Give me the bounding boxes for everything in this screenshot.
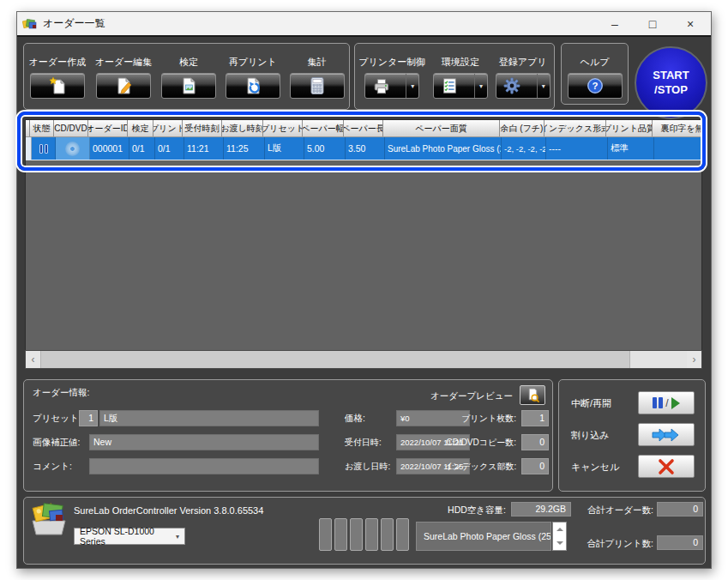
printer-control-button[interactable]: プリンター制御 ▾	[358, 56, 425, 99]
new-order-icon	[46, 76, 69, 96]
order-list: 状態 CD/DVD オーダーID 検定 プリント 受付時刻 お渡し時刻 プリセッ…	[25, 119, 702, 369]
cancel-x-icon	[657, 458, 676, 475]
scroll-left-icon[interactable]: ‹	[26, 351, 40, 368]
column-preset[interactable]: プリセット	[263, 120, 303, 136]
cancel-label: キャンセル	[571, 461, 619, 474]
cell-verify: 0/1	[129, 137, 155, 160]
pause-bar-icon	[659, 397, 663, 408]
pause-resume-label: 中断/再開	[571, 397, 611, 410]
cell-back-print	[654, 137, 702, 160]
total-orders-value: 0	[657, 502, 703, 517]
verify-button[interactable]: 検定	[161, 56, 216, 99]
column-paper-length[interactable]: ペーパー長	[344, 120, 383, 136]
row-indicator	[26, 137, 32, 160]
scrollbar-thumb[interactable]	[40, 351, 630, 368]
printer-select-dropdown[interactable]: EPSON SL-D1000 Series ▾	[74, 528, 185, 545]
cell-margins: -2, -2, -2, -2	[502, 137, 546, 160]
status-panel: SureLab OrderController Version 3.8.0.65…	[23, 497, 706, 565]
ink-bar	[350, 518, 363, 551]
pause-bar-icon	[653, 397, 657, 408]
checklist-icon	[439, 76, 460, 95]
verify-icon	[177, 76, 200, 96]
image-correction-field[interactable]: New	[89, 434, 319, 450]
preview-magnifier-icon	[526, 388, 540, 402]
tally-button[interactable]: 集計	[290, 56, 345, 99]
surelab-logo	[29, 500, 69, 538]
close-button[interactable]: ×	[671, 12, 709, 35]
cell-accept-time: 11:21	[184, 137, 224, 160]
order-edit-button[interactable]: オーダー編集	[95, 56, 153, 99]
start-stop-button[interactable]: START /STOP	[635, 46, 707, 119]
column-accept-time[interactable]: 受付時刻	[183, 120, 222, 136]
pause-icon	[39, 144, 48, 154]
column-back-print[interactable]: 裏印字を無効	[653, 120, 702, 136]
cell-index-format: ----	[546, 137, 608, 160]
ink-bar	[396, 518, 409, 551]
action-panel: 中断/再開 / 割り込み キャンセル	[558, 379, 706, 492]
interrupt-button[interactable]	[638, 423, 695, 446]
svg-text:?: ?	[592, 81, 598, 91]
maximize-button[interactable]: □	[634, 12, 671, 35]
column-index-format[interactable]: インデックス形式	[544, 120, 606, 136]
cell-status	[32, 137, 56, 160]
cancel-button[interactable]	[638, 455, 695, 478]
column-paper-surface[interactable]: ペーパー面質	[383, 120, 500, 136]
total-prints-label: 合計プリント数:	[564, 538, 653, 550]
column-order-id[interactable]: オーダーID	[88, 120, 128, 136]
select-arrow-icon: ▾	[176, 533, 179, 541]
help-icon: ?	[585, 76, 605, 95]
scroll-right-icon[interactable]: ›	[687, 351, 701, 368]
spinner-up-icon[interactable]	[553, 523, 566, 536]
reprint-button[interactable]: 再プリント	[226, 56, 280, 99]
preset-number-field[interactable]: 1	[79, 410, 98, 426]
column-verify[interactable]: 検定	[128, 120, 153, 136]
printer-icon	[370, 76, 391, 95]
toolbar-group-help: ヘルプ ?	[561, 43, 629, 105]
column-print[interactable]: プリント	[153, 120, 183, 136]
title-bar: オーダー一覧 – □ ×	[17, 12, 711, 37]
column-margins[interactable]: 余白 (フチ)	[500, 120, 544, 136]
column-print-quality[interactable]: プリント品質	[606, 120, 653, 136]
printer-control-dropdown-icon[interactable]: ▾	[406, 74, 418, 98]
ink-bar	[365, 518, 378, 551]
order-create-button[interactable]: オーダー作成	[28, 56, 86, 99]
preset-value-field[interactable]: L版	[99, 410, 319, 426]
column-status[interactable]: 状態	[30, 120, 54, 136]
order-preview-button[interactable]	[520, 385, 545, 405]
delivery-date-label: お渡し日時:	[345, 461, 390, 473]
paper-type-field: SureLab Photo Paper Gloss (250)	[416, 522, 551, 551]
env-settings-dropdown-icon[interactable]: ▾	[474, 74, 487, 98]
toolbar-group-orders: オーダー作成 オーダー編集 検定	[23, 43, 350, 110]
comment-label: コメント:	[33, 461, 72, 473]
print-count-label: プリント枚数:	[444, 413, 516, 425]
column-paper-width[interactable]: ペーパー幅	[303, 120, 344, 136]
minimize-button[interactable]: –	[596, 12, 634, 35]
cell-print: 0/1	[155, 137, 184, 160]
column-delivery-time[interactable]: お渡し時刻	[222, 120, 263, 136]
horizontal-scrollbar[interactable]: ‹ ›	[25, 350, 702, 369]
comment-field[interactable]	[89, 458, 319, 474]
registered-apps-dropdown-icon[interactable]: ▾	[537, 74, 550, 98]
price-label: 価格:	[345, 413, 365, 425]
total-prints-value: 0	[657, 535, 703, 550]
cd-copies-label: CD/DVDコピー数:	[444, 437, 516, 449]
help-button[interactable]: ヘルプ ?	[568, 56, 623, 99]
column-cd-dvd[interactable]: CD/DVD	[54, 120, 88, 136]
pause-resume-button[interactable]: /	[638, 391, 695, 414]
index-copies-label: インデックス部数:	[444, 461, 516, 473]
env-settings-button[interactable]: 環境設定 ▾	[433, 56, 488, 99]
image-correction-label: 画像補正値:	[33, 437, 80, 449]
cd-copies-field: 0	[521, 434, 549, 450]
hdd-space-label: HDD空き容量:	[410, 504, 506, 517]
app-window: オーダー一覧 – □ × オーダー作成 オーダー編集	[16, 11, 712, 569]
table-row[interactable]: 000001 0/1 0/1 11:21 11:25 L版 5.00 3.50 …	[26, 137, 701, 160]
order-info-title: オーダー情報:	[33, 387, 89, 399]
print-count-field: 1	[521, 410, 549, 426]
scrollbar-track[interactable]	[630, 351, 687, 368]
ink-bar	[334, 518, 347, 551]
total-orders-label: 合計オーダー数:	[564, 504, 653, 517]
edit-order-icon	[112, 76, 135, 96]
interrupt-label: 割り込み	[571, 429, 610, 442]
reprint-icon	[242, 76, 264, 96]
registered-apps-button[interactable]: 登録アプリ	[496, 56, 551, 99]
